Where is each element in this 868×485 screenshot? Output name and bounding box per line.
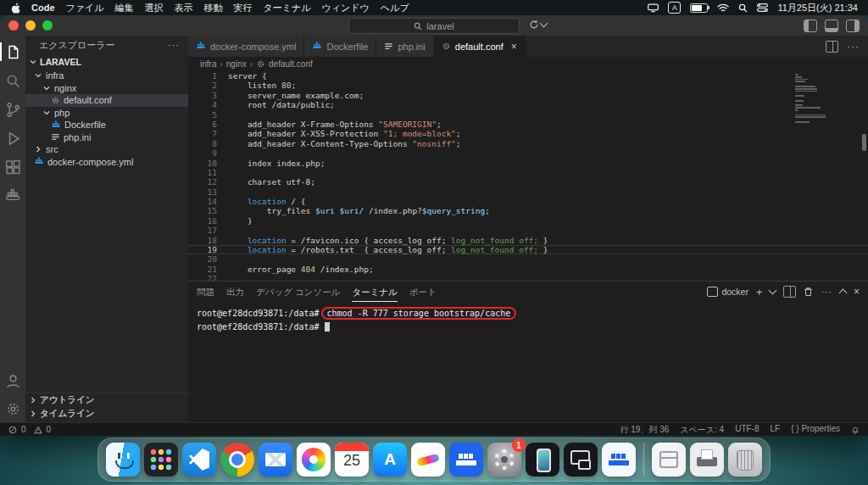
kill-terminal-icon[interactable]	[804, 287, 813, 297]
dock-finder-icon[interactable]	[106, 443, 140, 477]
dock-trash-icon[interactable]	[728, 443, 762, 477]
control-center-icon[interactable]	[757, 3, 768, 12]
editor-tab-php.ini[interactable]: php.ini	[376, 36, 433, 57]
spotlight-search-icon[interactable]	[738, 3, 748, 13]
status-item[interactable]: { } Properties	[791, 424, 840, 436]
window-titlebar[interactable]: laravel	[0, 15, 868, 36]
close-tab-icon[interactable]: ×	[511, 41, 517, 53]
status-item[interactable]: 行 19、列 36	[620, 424, 670, 436]
sidebar-more-actions-icon[interactable]: ···	[168, 40, 180, 50]
menubar-clock[interactable]: 11月25日(火) 21:34	[777, 2, 858, 14]
search-sidebar-icon[interactable]	[3, 71, 22, 90]
dock-windows-app-icon[interactable]	[564, 443, 598, 477]
editor-tab-Dockerfile[interactable]: Dockerfile	[304, 36, 376, 57]
panel-tab-デバッグ コンソール[interactable]: デバッグ コンソール	[256, 282, 340, 302]
menubar-item[interactable]: ヘルプ	[381, 2, 409, 14]
chevron-down-icon	[42, 84, 51, 92]
command-center-search[interactable]: laravel	[348, 18, 520, 34]
notifications-bell-icon[interactable]	[851, 426, 860, 434]
status-item[interactable]: UTF-8	[735, 424, 759, 436]
menubar-item[interactable]: ターミナル	[264, 2, 311, 14]
tree-item-php[interactable]: php	[25, 107, 188, 120]
status-item[interactable]: LF	[771, 424, 781, 436]
wifi-icon[interactable]	[717, 3, 729, 13]
problems-status[interactable]: 0 0	[8, 425, 54, 434]
run-debug-icon[interactable]	[3, 129, 22, 148]
split-terminal-icon[interactable]	[783, 286, 796, 298]
toggle-secondary-sidebar-icon[interactable]	[846, 20, 860, 32]
tree-item-nginx[interactable]: nginx	[25, 82, 188, 95]
apple-icon[interactable]	[10, 2, 20, 14]
editor-tab-default.conf[interactable]: default.conf×	[434, 36, 526, 57]
menubar-item[interactable]: 実行	[234, 2, 253, 14]
outline-section[interactable]: アウトライン	[25, 393, 188, 407]
code-editor[interactable]: 1server {2 listen 80;3 server_name examp…	[188, 71, 868, 281]
breadcrumb-item[interactable]: infra	[200, 59, 216, 69]
tree-item-infra[interactable]: infra	[25, 70, 188, 82]
more-actions-icon[interactable]: ···	[847, 41, 860, 53]
maximize-panel-icon[interactable]	[839, 289, 848, 298]
editor-tab-docker-compose.yml[interactable]: docker-compose.yml	[188, 36, 304, 57]
breadcrumb-item[interactable]: default.conf	[269, 59, 313, 69]
close-panel-icon[interactable]: ×	[854, 286, 860, 298]
settings-gear-icon[interactable]	[3, 399, 22, 418]
dock-settings-icon[interactable]: 1	[487, 443, 521, 477]
dock-app-store-icon[interactable]: A	[373, 443, 407, 477]
docker-extension-icon[interactable]	[3, 187, 22, 205]
dock-docker-icon[interactable]	[449, 443, 483, 477]
display-icon[interactable]	[648, 3, 659, 13]
editor-scrollbar[interactable]	[862, 134, 866, 151]
menubar-item[interactable]: 編集	[115, 2, 134, 14]
workspace-root-item[interactable]: LARAVEL	[25, 54, 188, 70]
new-terminal-icon[interactable]: +	[756, 287, 763, 298]
dock-freeform-icon[interactable]	[411, 443, 445, 477]
status-item[interactable]: スペース: 4	[680, 424, 724, 436]
run-task-icon[interactable]	[529, 20, 547, 30]
panel-tab-ターミナル[interactable]: ターミナル	[352, 282, 397, 302]
code-line: 14 location / {	[188, 197, 868, 206]
timeline-section[interactable]: タイムライン	[25, 407, 188, 421]
explorer-icon[interactable]	[3, 42, 22, 61]
toggle-panel-icon[interactable]	[825, 20, 838, 32]
extensions-icon[interactable]	[3, 158, 22, 176]
menubar-item[interactable]: 選択	[145, 2, 164, 14]
dock-iphone-mirroring-icon[interactable]	[526, 443, 559, 477]
panel-more-icon[interactable]: ···	[821, 287, 832, 297]
dock-mail-icon[interactable]	[259, 443, 292, 477]
tree-item-src[interactable]: src	[25, 143, 188, 156]
menubar-item[interactable]: 表示	[175, 2, 193, 14]
tree-item-Dockerfile[interactable]: Dockerfile	[25, 119, 188, 131]
panel-tab-出力[interactable]: 出力	[226, 282, 244, 302]
breadcrumb-item[interactable]: nginx	[226, 59, 247, 69]
toggle-sidebar-icon[interactable]	[804, 20, 817, 32]
dock-launchpad-icon[interactable]	[144, 443, 178, 477]
menubar-item[interactable]: 移動	[204, 2, 223, 14]
minimize-window-button[interactable]	[25, 20, 36, 31]
dock-photos-icon[interactable]	[297, 443, 331, 477]
dock-calendar-icon[interactable]: 25	[335, 443, 369, 477]
tree-item-php.ini[interactable]: php.ini	[25, 131, 188, 144]
source-control-icon[interactable]	[3, 100, 22, 119]
split-editor-icon[interactable]	[826, 41, 838, 53]
input-source-icon[interactable]: A	[668, 2, 681, 14]
dock-printer-icon[interactable]	[690, 443, 724, 477]
menubar-app-name[interactable]: Code	[31, 3, 55, 13]
battery-icon[interactable]	[690, 3, 708, 13]
dock-vscode-icon[interactable]	[182, 443, 216, 477]
menubar-item[interactable]: ウィンドウ	[322, 2, 370, 14]
terminal-profile-selector[interactable]: docker	[707, 287, 748, 297]
zoom-window-button[interactable]	[42, 20, 53, 31]
terminal-content[interactable]: root@ef28dcd93871:/data# chmod -R 777 st…	[188, 302, 868, 422]
dock-docker-alt-icon[interactable]	[602, 443, 636, 477]
menubar-item[interactable]: ファイル	[66, 2, 104, 14]
tree-item-default.conf[interactable]: default.conf	[25, 94, 188, 107]
close-window-button[interactable]	[8, 20, 19, 31]
tree-item-docker-compose.yml[interactable]: docker-compose.yml	[25, 156, 188, 169]
panel-tab-問題[interactable]: 問題	[197, 282, 214, 302]
dock-downloads-icon[interactable]	[652, 443, 686, 477]
minimap[interactable]	[795, 74, 829, 125]
panel-tab-ポート[interactable]: ポート	[409, 282, 437, 302]
terminal-dropdown-icon[interactable]	[769, 287, 777, 295]
account-icon[interactable]	[3, 371, 22, 390]
dock-chrome-icon[interactable]	[220, 443, 254, 477]
